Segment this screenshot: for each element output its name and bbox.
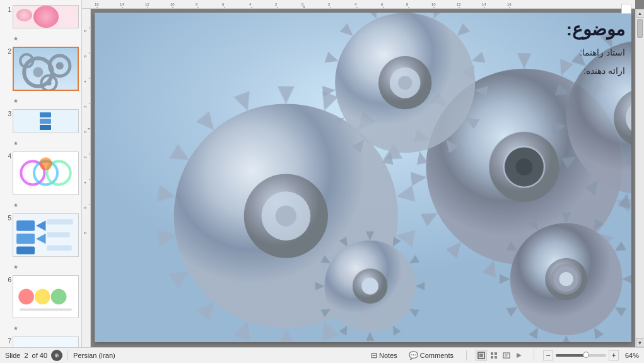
slide-item-3[interactable]: 3: [0, 107, 81, 149]
slide-star-3: ★: [13, 141, 19, 146]
svg-rect-13: [16, 246, 35, 254]
slide-canvas: موضوع: استاد راهنما: ارائه دهنده:: [95, 13, 631, 342]
svg-text:16: 16: [95, 3, 99, 6]
slide-number-7: 7: [3, 338, 11, 345]
svg-rect-207: [479, 354, 483, 357]
slide-text-area: موضوع: استاد راهنما: ارائه دهنده:: [101, 19, 625, 79]
slide-number-2: 2: [3, 48, 11, 56]
ruler-vertical: 8 6 4 2 0 2 4 6 8: [82, 9, 91, 347]
slide-background: موضوع: استاد راهنما: ارائه دهنده:: [95, 13, 631, 342]
svg-text:12: 12: [457, 3, 461, 6]
slide-item-7[interactable]: 7: [0, 334, 81, 347]
status-bar: Slide 2 of 40 ⊕ Persian (Iran) ⊟ Notes 💬…: [0, 347, 644, 363]
svg-text:6: 6: [381, 3, 383, 6]
svg-text:14: 14: [120, 3, 124, 6]
separator-3: [534, 350, 534, 360]
slide-item-1[interactable]: 1 ★: [0, 3, 81, 44]
svg-text:6: 6: [222, 3, 225, 6]
zoom-minus-button[interactable]: −: [543, 350, 553, 360]
slide-subtitle2: ارائه دهنده:: [580, 63, 625, 79]
status-right: ⊟ Notes 💬 Comments −: [367, 350, 639, 361]
svg-text:4: 4: [83, 80, 87, 83]
slide-number-4: 4: [3, 153, 11, 160]
svg-text:2: 2: [328, 3, 331, 6]
slide-star-4: ★: [13, 203, 19, 208]
content-area: 16 14 12 10 8 6 4 2 0 2 4 6 8 10 12 14 1: [82, 0, 644, 347]
slide-sorter-button[interactable]: [488, 350, 500, 361]
svg-text:10: 10: [170, 3, 175, 6]
slide-star-5: ★: [13, 265, 19, 270]
svg-text:0: 0: [302, 3, 304, 6]
slide-number-5: 5: [3, 215, 11, 222]
slide-item-5[interactable]: 5: [0, 211, 81, 273]
reading-view-button[interactable]: [501, 350, 512, 361]
svg-rect-18: [47, 245, 72, 250]
svg-text:4: 4: [249, 3, 252, 6]
notes-button[interactable]: ⊟ Notes: [367, 350, 401, 361]
accessibility-icon[interactable]: ⊕: [51, 350, 62, 361]
slide-corner-box: [621, 4, 631, 14]
language-label: Persian (Iran): [73, 352, 115, 359]
svg-text:8: 8: [83, 232, 87, 234]
notes-label: Notes: [379, 352, 397, 359]
svg-text:2: 2: [83, 105, 87, 108]
slide-star-2: ★: [13, 98, 19, 104]
svg-text:8: 8: [196, 3, 198, 6]
svg-marker-15: [36, 233, 45, 243]
svg-rect-11: [16, 220, 35, 230]
ruler-horizontal: 16 14 12 10 8 6 4 2 0 2 4 6 8 10 12 14 1: [82, 0, 635, 9]
svg-point-19: [18, 289, 34, 304]
slide-panel: 1 ★ 2: [0, 0, 82, 347]
svg-point-3: [56, 62, 64, 69]
svg-point-172: [559, 272, 573, 286]
normal-view-button[interactable]: [476, 350, 487, 361]
svg-text:12: 12: [145, 3, 149, 6]
svg-point-10: [39, 157, 52, 170]
svg-text:6: 6: [83, 206, 87, 209]
svg-rect-210: [491, 356, 493, 359]
svg-text:4: 4: [354, 3, 357, 6]
zoom-plus-button[interactable]: +: [609, 350, 619, 360]
scrollbar-right: ▲ ▼: [635, 9, 644, 347]
svg-rect-12: [16, 233, 35, 243]
svg-rect-22: [20, 308, 71, 311]
zoom-percent-label: 64%: [621, 352, 639, 359]
separator-2: [466, 350, 467, 360]
slide-item-2[interactable]: 2 ★: [0, 44, 81, 107]
slide-subtitle1: استاد راهنما:: [580, 45, 625, 61]
scroll-down-button[interactable]: ▼: [636, 338, 645, 347]
scrollbar-track[interactable]: [636, 18, 644, 338]
slide-item-6[interactable]: 6 ★: [0, 273, 81, 335]
svg-point-20: [35, 289, 50, 304]
slide-label: Slide: [5, 352, 20, 359]
svg-point-1: [33, 67, 43, 77]
svg-marker-215: [517, 353, 522, 358]
main-area: 1 ★ 2: [0, 0, 644, 347]
slide-info: Slide 2 of 40: [5, 352, 47, 359]
zoom-controls: − + 64%: [543, 350, 639, 360]
svg-text:16: 16: [507, 3, 512, 6]
comments-button[interactable]: 💬 Comments: [405, 350, 457, 361]
slide-current-number: 2: [24, 352, 28, 359]
svg-point-187: [361, 278, 378, 295]
svg-text:14: 14: [482, 3, 486, 6]
separator-1: [67, 350, 68, 360]
slide-star-6: ★: [13, 326, 19, 331]
svg-text:6: 6: [83, 55, 87, 57]
slide-of-label: of 40: [32, 352, 47, 359]
slide-title: موضوع:: [566, 19, 625, 40]
slide-number-3: 3: [3, 110, 11, 118]
scrollbar-thumb[interactable]: [637, 19, 643, 38]
scroll-up-button[interactable]: ▲: [636, 9, 645, 18]
comments-label: Comments: [420, 352, 454, 359]
comments-icon: 💬: [409, 351, 418, 360]
slide-item-4[interactable]: 4 ★: [0, 149, 81, 211]
svg-rect-16: [47, 219, 73, 224]
svg-marker-14: [36, 220, 45, 230]
zoom-slider[interactable]: [556, 354, 606, 357]
slide-number-1: 1: [3, 6, 11, 14]
slide-star-1: ★: [13, 36, 19, 42]
slideshow-button[interactable]: [513, 350, 525, 361]
svg-rect-208: [491, 352, 493, 355]
notes-icon: ⊟: [371, 351, 377, 360]
